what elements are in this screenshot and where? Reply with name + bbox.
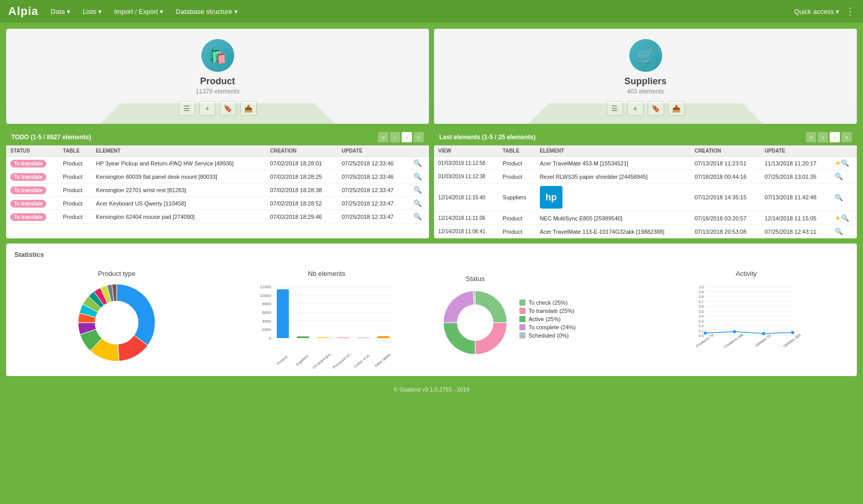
nav-database-structure[interactable]: Database structure ▾	[176, 8, 237, 15]
last-element-cell: Acer TravelMate 453-M [15534521]	[536, 157, 691, 170]
last-table-row: 12/14/2018 11:11:06 Product NEC MultiSyn…	[434, 212, 857, 225]
svg-rect-14	[277, 289, 289, 338]
last-table-cell: Product	[499, 212, 536, 225]
search-icon[interactable]: 🔍	[414, 213, 422, 220]
nav-data[interactable]: Data ▾	[51, 8, 70, 15]
legend-item: To complete (24%)	[519, 324, 576, 330]
nb-elements-svg: 020004000600080001000012000ProductSuppli…	[255, 282, 399, 364]
last-col-view: VIEW	[434, 145, 499, 157]
navbar: Alpia Data ▾ Lists ▾ Import / Export ▾ D…	[0, 0, 863, 23]
todo-element-cell: Kensington 62404 mouse pad [274090]	[92, 210, 266, 223]
svg-rect-20	[337, 338, 349, 338]
status-badge: To translate	[10, 200, 46, 208]
todo-table-cell: Product	[59, 157, 92, 170]
svg-text:1.0: 1.0	[699, 285, 704, 289]
last-star-cell[interactable]: 🔍	[831, 225, 857, 238]
last-star-cell[interactable]: 🔍	[831, 170, 857, 183]
svg-text:0.3: 0.3	[699, 320, 704, 323]
todo-prev-prev-button[interactable]: «	[378, 132, 388, 142]
todo-col-update: UPDATE	[337, 145, 409, 157]
last-element-cell: Acer TravelMate 113-E-10174G32akk [19882…	[536, 225, 691, 238]
todo-prev-button[interactable]: ‹	[390, 132, 400, 142]
last-next-next-button[interactable]: »	[841, 132, 852, 142]
search-icon[interactable]: 🔍	[841, 159, 849, 167]
todo-element-cell: Acer Keyboard US Qwerty [110458]	[92, 197, 266, 210]
todo-update-cell: 07/25/2018 12:33:46	[337, 170, 409, 183]
status-svg	[439, 287, 511, 359]
product-list-button[interactable]: ☰	[179, 101, 195, 116]
last-table-row: 01/03/2019 11:12:58 Product Acer TravelM…	[434, 157, 857, 170]
todo-search-cell[interactable]: 🔍	[409, 170, 429, 183]
more-menu-icon[interactable]: ⋮	[846, 6, 855, 17]
product-bookmark-button[interactable]: 🔖	[220, 101, 236, 116]
search-icon[interactable]: 🔍	[414, 199, 422, 207]
svg-point-50	[762, 332, 765, 335]
last-table: VIEW TABLE ELEMENT CREATION UPDATE 01/03…	[434, 145, 857, 238]
activity-title: Activity	[736, 270, 757, 277]
suppliers-bookmark-button[interactable]: 🔖	[648, 101, 664, 116]
todo-table-cell: Product	[59, 170, 92, 183]
last-star-cell[interactable]: ★🔍	[831, 157, 857, 170]
svg-text:Colour of pr...: Colour of pr...	[353, 352, 372, 369]
todo-search-cell[interactable]: 🔍	[409, 197, 429, 210]
last-panel: Last elements (1-5 / 25 elements) « ‹ › …	[434, 129, 857, 238]
todo-next-next-button[interactable]: »	[414, 132, 424, 142]
todo-panel-nav: « ‹ › »	[378, 132, 424, 142]
todo-panel: TODO (1-5 / 8527 elements) « ‹ › » STATU…	[6, 129, 429, 238]
legend-color	[519, 324, 526, 330]
quick-access-button[interactable]: Quick access ▾	[794, 8, 839, 15]
product-card-actions: ☰ + 🔖 📤	[179, 101, 257, 116]
star-icon[interactable]: ★	[835, 159, 841, 167]
todo-table-cell: Product	[59, 197, 92, 210]
product-export-button[interactable]: 📤	[240, 101, 257, 116]
last-update-cell: 11/13/2018 11:20:17	[760, 157, 830, 170]
todo-status-cell: To translate	[6, 183, 59, 197]
main-content: 🛍️ Product 11378 elements ☰ + 🔖 📤 🛒 Supp…	[0, 23, 863, 382]
hp-logo: hp	[540, 186, 562, 209]
svg-point-48	[704, 331, 707, 334]
todo-next-button[interactable]: ›	[402, 132, 412, 142]
last-update-cell: 07/25/2018 12:43:11	[760, 225, 830, 238]
todo-search-cell[interactable]: 🔍	[409, 210, 429, 223]
todo-search-cell[interactable]: 🔍	[409, 183, 429, 197]
nav-import-export[interactable]: Import / Export ▾	[114, 8, 163, 15]
svg-rect-24	[377, 337, 389, 339]
legend-color	[519, 300, 526, 306]
footer: © Goaland v3.1.0.2755 - 2019	[0, 382, 863, 397]
legend-label: To check (25%)	[529, 300, 568, 306]
todo-status-cell: To translate	[6, 157, 59, 170]
search-icon[interactable]: 🔍	[841, 214, 849, 222]
last-creation-cell: 07/13/2018 11:23:51	[690, 157, 760, 170]
last-view-cell: 12/14/2018 11:15:40	[434, 183, 499, 212]
suppliers-list-button[interactable]: ☰	[607, 101, 623, 116]
todo-search-cell[interactable]: 🔍	[409, 157, 429, 170]
product-add-button[interactable]: +	[199, 101, 216, 116]
last-next-button[interactable]: ›	[830, 132, 840, 142]
last-view-cell: 12/14/2018 11:06:41	[434, 225, 499, 238]
suppliers-export-button[interactable]: 📤	[668, 101, 685, 116]
last-star-cell[interactable]: ★🔍	[831, 212, 857, 225]
last-prev-button[interactable]: ‹	[818, 132, 828, 142]
todo-creation-cell: 07/02/2018 18:28:52	[266, 197, 338, 210]
todo-element-cell: Kensington 22701 wrist rest [81283]	[92, 183, 266, 197]
last-element-cell: Rexel RLWS35 paper shredder [24458945]	[536, 170, 691, 183]
nb-elements-title: Nb elements	[308, 270, 345, 277]
search-icon[interactable]: 🔍	[835, 194, 843, 201]
nav-lists[interactable]: Lists ▾	[83, 8, 102, 15]
todo-creation-cell: 07/02/2018 18:28:01	[266, 157, 338, 170]
todo-table-row: To translate Product Kensington 62404 mo…	[6, 210, 429, 223]
svg-text:Creations 7d: Creations 7d	[695, 333, 714, 348]
search-icon[interactable]: 🔍	[414, 186, 422, 194]
svg-text:0.2: 0.2	[699, 324, 704, 328]
search-icon[interactable]: 🔍	[414, 173, 422, 180]
last-action-cell[interactable]: 🔍	[831, 183, 857, 212]
search-icon[interactable]: 🔍	[835, 228, 843, 235]
last-creation-cell: 07/12/2018 14:35:15	[690, 183, 760, 212]
todo-element-cell: HP 3year Pickup and Return iPAQ HW Servi…	[92, 157, 266, 170]
suppliers-card-count: 403 elements	[627, 88, 664, 95]
suppliers-add-button[interactable]: +	[627, 101, 644, 116]
search-icon[interactable]: 🔍	[414, 159, 422, 167]
last-prev-prev-button[interactable]: «	[806, 132, 816, 142]
star-icon[interactable]: ★	[835, 214, 841, 222]
search-icon[interactable]: 🔍	[835, 173, 843, 180]
